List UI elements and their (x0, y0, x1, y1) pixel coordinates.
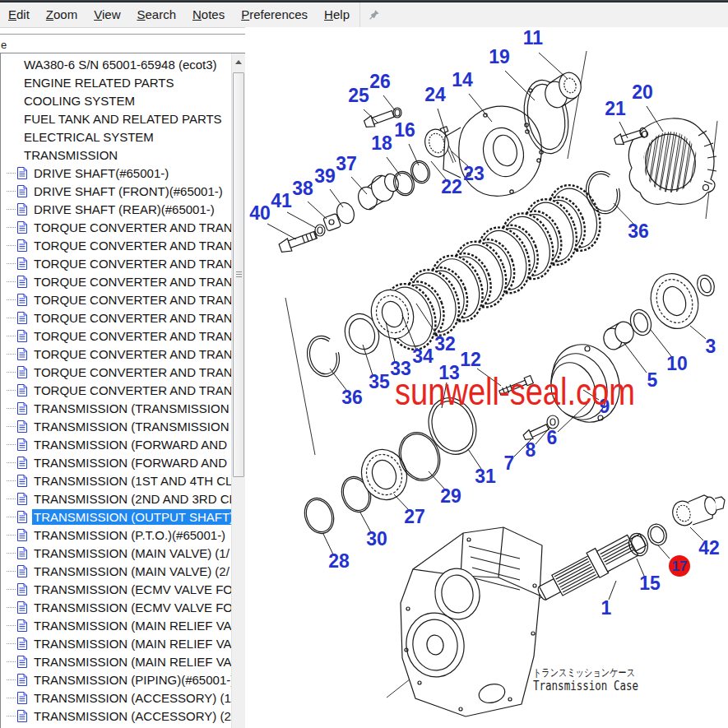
tree-item[interactable]: TORQUE CONVERTER AND TRANS (1, 345, 231, 363)
tree-item[interactable]: TRANSMISSION (MAIN RELIEF VAL (1, 616, 231, 634)
tree-item[interactable]: TRANSMISSION (MAIN VALVE) (2/ (1, 562, 231, 580)
part-label-26[interactable]: 26 (369, 71, 391, 92)
part-label-27[interactable]: 27 (404, 506, 425, 527)
part-label-30[interactable]: 30 (366, 528, 387, 549)
part-label-3[interactable]: 3 (706, 336, 716, 357)
part-label-5[interactable]: 5 (647, 369, 658, 391)
tree-item[interactable]: FUEL TANK AND RELATED PARTS (1, 109, 231, 128)
tree-item[interactable]: TRANSMISSION (ACCESSORY) (1/2 (1, 689, 231, 707)
menu-edit[interactable]: Edit (0, 2, 38, 27)
scrollbar-up-button[interactable] (232, 53, 245, 71)
tree-item[interactable]: TORQUE CONVERTER AND TRANS (1, 236, 231, 254)
menu-help[interactable]: Help (316, 2, 358, 27)
tree-item[interactable]: TORQUE CONVERTER AND TRANS (1, 327, 231, 345)
tree-item[interactable]: TRANSMISSION (TRANSMISSION C (1, 399, 231, 417)
part-label-12[interactable]: 12 (460, 349, 481, 370)
tree-item[interactable]: COOLING SYSTEM (1, 91, 231, 109)
part-label-35[interactable]: 35 (369, 371, 390, 392)
tree-item[interactable]: TRANSMISSION (2ND AND 3RD CL (1, 489, 231, 508)
tree-connector (7, 517, 16, 517)
part-label-1[interactable]: 1 (601, 597, 612, 619)
part-label-23[interactable]: 23 (463, 163, 485, 184)
part-label-21[interactable]: 21 (605, 98, 626, 119)
tree-item[interactable]: TRANSMISSION (ECMV VALVE FOR (1, 580, 231, 598)
tree-item-label: TRANSMISSION (22, 147, 231, 163)
part-label-16[interactable]: 16 (394, 119, 415, 141)
up-arrow-icon (235, 60, 242, 64)
part-label-19[interactable]: 19 (489, 46, 510, 67)
part-label-42[interactable]: 42 (698, 537, 720, 559)
part-label-40[interactable]: 40 (249, 202, 271, 224)
tree-item[interactable]: WA380-6 S/N 65001-65948 (ecot3) (1, 55, 231, 73)
document-icon (17, 221, 27, 234)
tree-item[interactable]: TORQUE CONVERTER AND TRANS (1, 308, 231, 327)
tree-connector (7, 318, 16, 318)
part-label-7[interactable]: 7 (504, 452, 515, 474)
tree-item[interactable]: TRANSMISSION (P.T.O.)(#65001-) (1, 526, 231, 544)
part-label-36[interactable]: 36 (628, 220, 649, 242)
tree-item[interactable]: TRANSMISSION (FORWARD AND R (1, 435, 231, 453)
part-label-24[interactable]: 24 (424, 84, 446, 105)
part-label-37[interactable]: 37 (336, 153, 357, 174)
part-label-29[interactable]: 29 (440, 485, 461, 507)
tree-item[interactable]: ELECTRICAL SYSTEM (1, 128, 231, 146)
tree-item[interactable]: TORQUE CONVERTER AND TRANS (1, 254, 231, 272)
part-label-6[interactable]: 6 (547, 427, 558, 448)
part-label-10[interactable]: 10 (666, 353, 688, 374)
menu-view[interactable]: View (86, 2, 128, 27)
part-label-11[interactable]: 11 (523, 27, 544, 49)
menu-notes[interactable]: Notes (184, 2, 233, 27)
tree-item[interactable]: TRANSMISSION (1ST AND 4TH CL (1, 471, 231, 489)
tree-item[interactable]: TRANSMISSION (1, 146, 231, 164)
part-label-36[interactable]: 36 (341, 387, 363, 408)
tree-item[interactable]: ENGINE RELATED PARTS (1, 73, 231, 91)
menu-search[interactable]: Search (128, 2, 184, 27)
tree-item[interactable]: TORQUE CONVERTER AND TRANS (1, 272, 231, 290)
tree-item-label: ENGINE RELATED PARTS (22, 75, 231, 90)
tree-item[interactable]: TRANSMISSION (FORWARD AND R (1, 453, 231, 471)
part-label-28[interactable]: 28 (328, 550, 350, 572)
part-label-22[interactable]: 22 (441, 176, 462, 197)
tree-item[interactable]: DRIVE SHAFT (FRONT)(#65001-) (1, 182, 231, 200)
part-label-34[interactable]: 34 (412, 345, 434, 367)
tree-item[interactable]: TRANSMISSION (ECMV VALVE FOR (1, 598, 231, 616)
tree-item[interactable]: TRANSMISSION (ACCESSORY) (2/2 (1, 707, 231, 725)
document-icon (17, 619, 27, 632)
tree-scrollbar[interactable] (231, 53, 245, 728)
part-label-15[interactable]: 15 (639, 573, 661, 594)
part-label-38[interactable]: 38 (292, 178, 313, 199)
tree-item[interactable]: TRANSMISSION (MAIN RELIEF VAL (1, 652, 231, 670)
tree-item[interactable]: DRIVE SHAFT (REAR)(#65001-) (1, 200, 231, 218)
tree-item[interactable]: TORQUE CONVERTER AND TRANS (1, 363, 231, 381)
part-label-25[interactable]: 25 (348, 85, 369, 106)
tree-item[interactable]: TORQUE CONVERTER AND TRANS (1, 290, 231, 308)
document-icon (17, 601, 27, 614)
part-label-14[interactable]: 14 (452, 69, 473, 90)
tree-item-label: TRANSMISSION (MAIN RELIEF VAL (32, 636, 231, 651)
part-label-20[interactable]: 20 (632, 81, 653, 103)
tree-item[interactable]: TRANSMISSION (PIPING)(#65001-) (1, 670, 231, 689)
menu-zoom[interactable]: Zoom (38, 2, 86, 27)
tree-item[interactable]: TRANSMISSION (TRANSMISSION C (1, 417, 231, 435)
part-label-32[interactable]: 32 (434, 333, 456, 355)
tree-item[interactable]: DRIVE SHAFT(#65001-) (1, 164, 231, 182)
pushpin-icon[interactable] (360, 2, 388, 27)
tree-item-label: TORQUE CONVERTER AND TRANS (32, 238, 231, 253)
tree-item[interactable]: TRANSMISSION (OUTPUT SHAFT)( (1, 508, 231, 526)
tree-item[interactable]: TRANSMISSION (MAIN RELIEF VAL (1, 634, 231, 652)
tree-item[interactable]: TORQUE CONVERTER AND TRANS (1, 218, 231, 236)
part-label-8[interactable]: 8 (526, 439, 536, 461)
document-icon (17, 312, 27, 324)
menu-preferences[interactable]: Preferences (233, 2, 316, 27)
part-label-17[interactable]: 17 (672, 559, 688, 574)
part-label-31[interactable]: 31 (475, 466, 496, 487)
part-label-41[interactable]: 41 (271, 190, 292, 211)
part-label-18[interactable]: 18 (371, 132, 392, 154)
tree-connector (7, 390, 16, 391)
document-icon (17, 366, 27, 378)
scrollbar-thumb[interactable] (233, 72, 244, 477)
tree-item-label: TORQUE CONVERTER AND TRANS (32, 383, 231, 398)
tree-item[interactable]: TRANSMISSION (MAIN VALVE) (1/ (1, 544, 231, 562)
part-label-39[interactable]: 39 (314, 165, 336, 187)
tree-item[interactable]: TORQUE CONVERTER AND TRANS (1, 381, 231, 399)
